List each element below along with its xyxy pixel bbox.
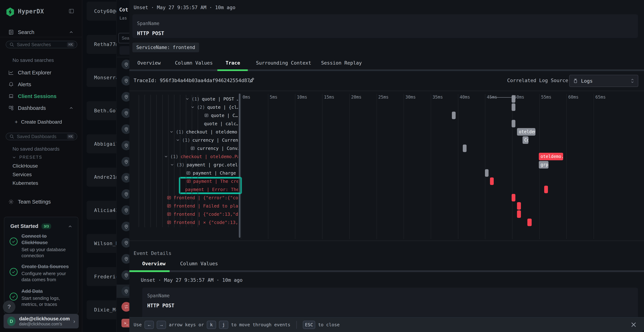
get-started-step[interactable]: Create Data SourcesConfigure where your … — [10, 263, 74, 283]
collapse-sidebar-icon[interactable] — [68, 8, 74, 14]
edit-pencil-icon[interactable] — [249, 77, 255, 83]
span-duration-bar[interactable]: oteldemo. — [517, 128, 536, 136]
trace-tree-row[interactable]: (2)quote | {cl… — [190, 104, 238, 111]
session-list-item[interactable]: Alicia42 — [86, 201, 116, 220]
session-list-item[interactable]: Coty60@g — [86, 2, 116, 20]
tab-session-replay[interactable]: Session Replay — [321, 60, 362, 67]
trace-tree-row[interactable]: payment | Error: The … — [185, 186, 238, 193]
span-duration-bar[interactable] — [512, 120, 516, 127]
span-duration-bar[interactable]: oteldemo. — [539, 153, 563, 160]
log-source-select[interactable]: Logs — [569, 75, 638, 87]
trace-tree-row[interactable]: (3)payment | grpc.oteld… — [170, 161, 238, 168]
span-duration-bar[interactable] — [512, 95, 516, 103]
saved-searches-input[interactable]: Saved Searches ⌘K — [6, 41, 77, 48]
span-duration-bar[interactable] — [463, 144, 466, 152]
sidebar-item-client-sessions[interactable]: Client Sessions — [0, 92, 82, 101]
close-icon[interactable] — [630, 321, 638, 328]
span-duration-bar[interactable] — [544, 186, 548, 193]
trace-tree-row[interactable]: frontend | × {"code":13,"d… — [167, 219, 238, 226]
map-pin-icon[interactable] — [122, 140, 129, 150]
span-duration-bar[interactable] — [512, 194, 516, 202]
span-duration-bar[interactable] — [485, 169, 488, 177]
span-duration-bar[interactable] — [512, 104, 516, 111]
arrow-right-key[interactable]: → — [157, 321, 166, 329]
create-dashboard-button[interactable]: + Create Dashboard — [0, 117, 82, 127]
trace-tree-row[interactable]: (1)quote | POST … — [185, 95, 238, 102]
span-duration-bar[interactable]: Co — [522, 136, 528, 144]
session-list-item[interactable]: Beth.Gol — [86, 101, 116, 120]
chevron-up-icon[interactable] — [69, 30, 74, 35]
help-button[interactable]: ? — [3, 300, 16, 313]
trace-tree-row[interactable]: quote | calc… — [204, 120, 238, 127]
preset-clickhouse[interactable]: ClickHouse — [12, 163, 38, 169]
swap-arrows-icon[interactable] — [122, 302, 129, 312]
terminal-icon[interactable]: >_ — [122, 319, 129, 327]
tab-underline-track — [129, 270, 644, 272]
preset-kubernetes[interactable]: Kubernetes — [12, 180, 38, 186]
tab-trace[interactable]: Trace — [226, 60, 240, 67]
arrow-left-key[interactable]: ← — [144, 321, 154, 329]
session-list-item[interactable]: Retha77@ — [86, 35, 116, 54]
session-list-item[interactable]: Wilson_H — [86, 234, 116, 253]
tab-column-values[interactable]: Column Values — [175, 60, 213, 67]
preset-services[interactable]: Services — [12, 172, 32, 178]
k-key[interactable]: k — [207, 321, 216, 329]
map-pin-icon[interactable] — [122, 173, 129, 183]
sidebar-section-search[interactable]: Search — [0, 28, 82, 37]
map-pin-icon[interactable] — [122, 205, 129, 215]
tab-surrounding-context[interactable]: Surrounding Context — [256, 60, 311, 67]
trace-tree-row[interactable]: frontend | {"code":13,"det… — [167, 210, 238, 218]
trace-tree-row[interactable]: frontend | Failed to place… — [167, 202, 238, 210]
sidebar-item-team-settings[interactable]: Team Settings — [0, 197, 82, 206]
service-name-chip[interactable]: ServiceName: frontend — [132, 42, 199, 52]
chevron-up-icon[interactable] — [69, 106, 74, 110]
trace-tree-row[interactable]: (1)currency | Currenc… — [176, 136, 238, 144]
map-pin-icon[interactable] — [122, 124, 129, 134]
get-started-step[interactable]: Add DataStart sending logs, metrics, or … — [10, 288, 74, 307]
event-tab-column-values[interactable]: Column Values — [180, 261, 218, 266]
session-list-item[interactable]: Abbigail — [86, 134, 116, 153]
tab-overview[interactable]: Overview — [138, 60, 161, 67]
trace-tree-row[interactable]: currency | Conv… — [190, 145, 238, 152]
trace-tree-row[interactable]: (1)checkout | oteldemo.Pa… — [164, 153, 238, 160]
session-search-input[interactable]: Sea — [118, 33, 129, 43]
sidebar-item-alerts[interactable]: Alerts — [0, 80, 82, 89]
span-duration-bar[interactable]: grpc. — [539, 161, 549, 168]
trace-tree-row[interactable]: quote | C… — [204, 112, 238, 119]
map-pin-icon[interactable] — [122, 238, 129, 248]
get-started-step[interactable]: Connect to ClickHouseSet up your databas… — [10, 233, 74, 259]
span-duration-bar[interactable] — [452, 112, 456, 119]
map-pin-icon[interactable] — [122, 108, 129, 118]
j-key[interactable]: j — [219, 321, 228, 329]
map-pin-icon[interactable] — [122, 189, 129, 199]
session-list-item[interactable]: Andre21@ — [86, 168, 116, 186]
trace-tree-row[interactable]: (1)checkout | oteldemo.… — [170, 128, 238, 136]
presets-header[interactable]: PRESETS — [12, 155, 42, 160]
session-button-fragment[interactable] — [120, 46, 129, 55]
event-tab-overview[interactable]: Overview — [142, 261, 166, 266]
sidebar-item-chart-explorer[interactable]: Chart Explorer — [0, 68, 82, 77]
span-duration-bar[interactable] — [490, 178, 494, 185]
map-pin-icon[interactable] — [122, 92, 129, 102]
map-pin-icon[interactable] — [122, 76, 129, 86]
span-duration-bar[interactable] — [517, 202, 521, 210]
saved-dashboards-input[interactable]: Saved Dashboards ⌘K — [6, 133, 77, 140]
user-menu[interactable]: D dale@clickhouse.com dale@clickhouse.co… — [4, 314, 79, 328]
trace-tree-row[interactable]: payment | The cre… — [186, 178, 238, 185]
sidebar-item-dashboards[interactable]: Dashboards — [0, 104, 82, 113]
map-pin-icon[interactable] — [122, 60, 129, 69]
span-duration-bar[interactable] — [517, 210, 521, 218]
esc-key[interactable]: ESC — [303, 321, 315, 329]
session-list-item[interactable]: Dixie_Mc — [86, 300, 116, 319]
session-list-item[interactable]: Frederic — [86, 267, 116, 286]
map-pin-icon[interactable] — [122, 254, 129, 264]
chevron-up-icon[interactable] — [68, 224, 73, 229]
map-pin-icon[interactable] — [122, 222, 129, 231]
waterfall-scrollbar[interactable] — [239, 94, 240, 238]
map-pin-icon[interactable] — [122, 270, 129, 280]
trace-tree-row[interactable]: frontend | {"error":{"code… — [167, 194, 238, 201]
map-pin-icon[interactable] — [122, 157, 129, 166]
trace-tree-row[interactable]: payment | Charge … — [186, 170, 238, 176]
span-duration-bar[interactable] — [527, 218, 532, 226]
session-list-item[interactable]: Monserra — [86, 68, 116, 87]
